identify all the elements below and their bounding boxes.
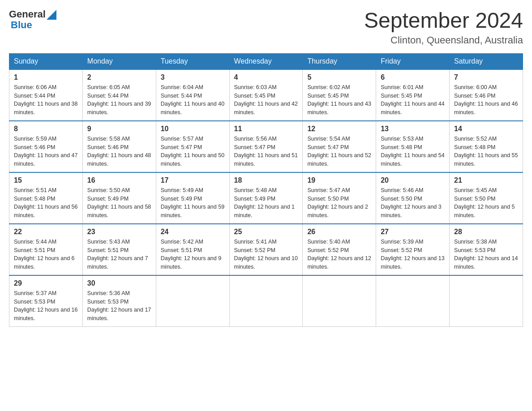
day-info: Sunrise: 5:38 AMSunset: 5:53 PMDaylight:…	[454, 238, 518, 271]
day-number: 8	[14, 125, 78, 133]
day-header-friday: Friday	[376, 53, 450, 69]
day-number: 18	[234, 176, 298, 184]
day-number: 11	[234, 125, 298, 133]
calendar-cell: 27Sunrise: 5:39 AMSunset: 5:52 PMDayligh…	[376, 224, 450, 275]
calendar-cell: 4Sunrise: 6:03 AMSunset: 5:45 PMDaylight…	[229, 69, 303, 121]
day-number: 29	[14, 279, 78, 287]
day-number: 1	[14, 73, 78, 81]
day-number: 21	[454, 176, 518, 184]
day-info: Sunrise: 5:54 AMSunset: 5:47 PMDaylight:…	[307, 135, 371, 168]
day-number: 22	[14, 228, 78, 236]
day-info: Sunrise: 5:43 AMSunset: 5:51 PMDaylight:…	[87, 238, 151, 271]
calendar-cell: 20Sunrise: 5:46 AMSunset: 5:50 PMDayligh…	[376, 172, 450, 224]
day-info: Sunrise: 5:46 AMSunset: 5:50 PMDaylight:…	[381, 186, 445, 220]
calendar-cell: 8Sunrise: 5:59 AMSunset: 5:46 PMDaylight…	[9, 121, 83, 172]
day-header-tuesday: Tuesday	[156, 53, 229, 69]
location: Clinton, Queensland, Australia	[364, 34, 523, 46]
day-number: 12	[307, 125, 371, 133]
day-number: 25	[234, 228, 298, 236]
calendar-cell	[303, 275, 376, 327]
calendar-cell: 5Sunrise: 6:02 AMSunset: 5:45 PMDaylight…	[303, 69, 376, 121]
day-info: Sunrise: 5:42 AMSunset: 5:51 PMDaylight:…	[161, 238, 225, 271]
calendar-week-row: 8Sunrise: 5:59 AMSunset: 5:46 PMDaylight…	[9, 121, 523, 172]
day-info: Sunrise: 5:41 AMSunset: 5:52 PMDaylight:…	[234, 238, 298, 271]
calendar-cell: 7Sunrise: 6:00 AMSunset: 5:46 PMDaylight…	[450, 69, 523, 121]
calendar-cell: 17Sunrise: 5:49 AMSunset: 5:49 PMDayligh…	[156, 172, 229, 224]
day-number: 10	[161, 125, 225, 133]
day-number: 28	[454, 228, 518, 236]
day-info: Sunrise: 5:51 AMSunset: 5:48 PMDaylight:…	[14, 186, 78, 220]
title-section: September 2024 Clinton, Queensland, Aust…	[364, 9, 523, 46]
calendar-week-row: 15Sunrise: 5:51 AMSunset: 5:48 PMDayligh…	[9, 172, 523, 224]
logo-triangle-icon	[47, 10, 56, 20]
calendar-cell: 26Sunrise: 5:40 AMSunset: 5:52 PMDayligh…	[303, 224, 376, 275]
day-info: Sunrise: 5:52 AMSunset: 5:48 PMDaylight:…	[454, 135, 518, 168]
day-number: 4	[234, 73, 298, 81]
calendar-week-row: 22Sunrise: 5:44 AMSunset: 5:51 PMDayligh…	[9, 224, 523, 275]
calendar-cell: 13Sunrise: 5:53 AMSunset: 5:48 PMDayligh…	[376, 121, 450, 172]
day-info: Sunrise: 6:04 AMSunset: 5:44 PMDaylight:…	[161, 83, 225, 117]
day-info: Sunrise: 6:05 AMSunset: 5:44 PMDaylight:…	[87, 83, 151, 117]
calendar-header-row: SundayMondayTuesdayWednesdayThursdayFrid…	[9, 53, 523, 69]
day-header-sunday: Sunday	[9, 53, 83, 69]
day-number: 20	[381, 176, 445, 184]
day-number: 13	[381, 125, 445, 133]
calendar-cell: 6Sunrise: 6:01 AMSunset: 5:45 PMDaylight…	[376, 69, 450, 121]
day-info: Sunrise: 6:01 AMSunset: 5:45 PMDaylight:…	[381, 83, 445, 117]
svg-marker-0	[47, 10, 56, 20]
day-number: 27	[381, 228, 445, 236]
day-info: Sunrise: 5:59 AMSunset: 5:46 PMDaylight:…	[14, 135, 78, 168]
day-header-monday: Monday	[82, 53, 156, 69]
calendar-cell: 21Sunrise: 5:45 AMSunset: 5:50 PMDayligh…	[450, 172, 523, 224]
day-info: Sunrise: 5:44 AMSunset: 5:51 PMDaylight:…	[14, 238, 78, 271]
day-number: 5	[307, 73, 371, 81]
calendar-cell: 18Sunrise: 5:48 AMSunset: 5:49 PMDayligh…	[229, 172, 303, 224]
day-info: Sunrise: 5:53 AMSunset: 5:48 PMDaylight:…	[381, 135, 445, 168]
day-info: Sunrise: 6:00 AMSunset: 5:46 PMDaylight:…	[454, 83, 518, 117]
day-number: 3	[161, 73, 225, 81]
calendar-cell: 16Sunrise: 5:50 AMSunset: 5:49 PMDayligh…	[82, 172, 156, 224]
calendar-cell: 9Sunrise: 5:58 AMSunset: 5:46 PMDaylight…	[82, 121, 156, 172]
calendar-week-row: 29Sunrise: 5:37 AMSunset: 5:53 PMDayligh…	[9, 275, 523, 327]
day-info: Sunrise: 5:39 AMSunset: 5:52 PMDaylight:…	[381, 238, 445, 271]
day-number: 6	[381, 73, 445, 81]
calendar-cell: 14Sunrise: 5:52 AMSunset: 5:48 PMDayligh…	[450, 121, 523, 172]
calendar-cell: 23Sunrise: 5:43 AMSunset: 5:51 PMDayligh…	[82, 224, 156, 275]
calendar-cell: 28Sunrise: 5:38 AMSunset: 5:53 PMDayligh…	[450, 224, 523, 275]
day-info: Sunrise: 5:49 AMSunset: 5:49 PMDaylight:…	[161, 186, 225, 220]
calendar-cell: 19Sunrise: 5:47 AMSunset: 5:50 PMDayligh…	[303, 172, 376, 224]
calendar-cell: 25Sunrise: 5:41 AMSunset: 5:52 PMDayligh…	[229, 224, 303, 275]
calendar-cell: 30Sunrise: 5:36 AMSunset: 5:53 PMDayligh…	[82, 275, 156, 327]
day-info: Sunrise: 6:02 AMSunset: 5:45 PMDaylight:…	[307, 83, 371, 117]
calendar-cell: 24Sunrise: 5:42 AMSunset: 5:51 PMDayligh…	[156, 224, 229, 275]
day-info: Sunrise: 5:57 AMSunset: 5:47 PMDaylight:…	[161, 135, 225, 168]
page-header: General Blue September 2024 Clinton, Que…	[9, 9, 523, 46]
logo-general-text: General	[9, 9, 46, 20]
day-info: Sunrise: 6:06 AMSunset: 5:44 PMDaylight:…	[14, 83, 78, 117]
day-number: 2	[87, 73, 151, 81]
day-header-wednesday: Wednesday	[229, 53, 303, 69]
day-number: 24	[161, 228, 225, 236]
calendar-cell: 22Sunrise: 5:44 AMSunset: 5:51 PMDayligh…	[9, 224, 83, 275]
calendar-cell	[450, 275, 523, 327]
calendar-cell: 29Sunrise: 5:37 AMSunset: 5:53 PMDayligh…	[9, 275, 83, 327]
logo-blue-text: Blue	[11, 20, 56, 30]
day-number: 15	[14, 176, 78, 184]
day-info: Sunrise: 5:36 AMSunset: 5:53 PMDaylight:…	[87, 289, 151, 323]
calendar-cell: 2Sunrise: 6:05 AMSunset: 5:44 PMDaylight…	[82, 69, 156, 121]
day-info: Sunrise: 6:03 AMSunset: 5:45 PMDaylight:…	[234, 83, 298, 117]
month-title: September 2024	[364, 9, 523, 33]
calendar-cell: 11Sunrise: 5:56 AMSunset: 5:47 PMDayligh…	[229, 121, 303, 172]
calendar-week-row: 1Sunrise: 6:06 AMSunset: 5:44 PMDaylight…	[9, 69, 523, 121]
day-number: 19	[307, 176, 371, 184]
day-info: Sunrise: 5:50 AMSunset: 5:49 PMDaylight:…	[87, 186, 151, 220]
day-number: 14	[454, 125, 518, 133]
day-header-thursday: Thursday	[303, 53, 376, 69]
calendar-cell: 3Sunrise: 6:04 AMSunset: 5:44 PMDaylight…	[156, 69, 229, 121]
calendar-table: SundayMondayTuesdayWednesdayThursdayFrid…	[9, 53, 523, 327]
day-number: 30	[87, 279, 151, 287]
day-info: Sunrise: 5:40 AMSunset: 5:52 PMDaylight:…	[307, 238, 371, 271]
day-header-saturday: Saturday	[450, 53, 523, 69]
day-info: Sunrise: 5:45 AMSunset: 5:50 PMDaylight:…	[454, 186, 518, 220]
day-number: 7	[454, 73, 518, 81]
